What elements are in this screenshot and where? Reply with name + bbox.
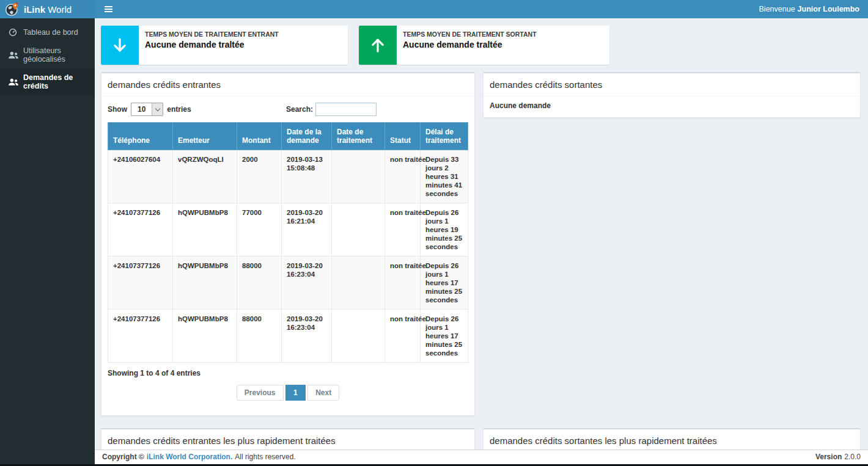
column-header-emetteur[interactable]: Emetteur	[173, 123, 237, 150]
cell-statut: non traitée	[385, 310, 421, 363]
brand-rest: World	[48, 4, 72, 15]
users-icon	[9, 51, 18, 59]
cell-emetteur: hQWPUBMbP8	[173, 257, 237, 310]
copyright: Copyright © iLink World Corporation. All…	[102, 453, 296, 461]
cell-emetteur: vQRZWQoqLI	[173, 150, 237, 203]
sidebar-item-utilisateurs-geolocalises[interactable]: Utilisateurs géolocalisés	[0, 42, 95, 68]
page-1-button[interactable]: 1	[285, 385, 306, 401]
cell-statut: non traitée	[385, 150, 421, 203]
arrow-up-icon	[359, 26, 397, 65]
info-box-title: TEMPS MOYEN DE TRAITEMENT SORTANT	[403, 31, 537, 38]
entries-label: entries	[167, 105, 191, 114]
cell-delai: Depuis 26 jours 1 heures 17 minutes 25 s…	[421, 257, 468, 310]
panel-title: demandes crédits entrantes	[101, 73, 474, 96]
cell-emetteur: hQWPUBMbP8	[173, 310, 237, 363]
page-footer: Copyright © iLink World Corporation. All…	[95, 450, 868, 464]
column-header-montant[interactable]: Montant	[237, 123, 282, 150]
panel-sortantes-rapidement: demandes crédits sortantes les plus rapi…	[483, 428, 861, 450]
sidebar-item-label: Demandes de crédits	[23, 73, 91, 90]
cell-delai: Depuis 26 jours 1 heures 17 minutes 25 s…	[421, 310, 468, 363]
info-box-message: Aucune demande traltée	[145, 40, 279, 49]
sidebar-item-demandes-de-credits[interactable]: Demandes de crédits	[0, 68, 95, 95]
welcome-user: Junior Loulembo	[798, 5, 859, 13]
main-content: TEMPS MOYEN DE TRAITEMENT ENTRANT Aucune…	[95, 18, 868, 450]
sidebar-item-label: Utilisateurs géolocalisés	[23, 46, 91, 64]
cell-montant: 88000	[237, 310, 282, 363]
panel-demandes-sortantes: demandes crédits sortantes Aucune demand…	[483, 72, 861, 118]
arrow-down-icon	[101, 26, 139, 65]
cell-emetteur: hQWPUBMbP8	[173, 203, 237, 257]
panel-entrantes-rapidement: demandes crédits entrantes les plus rapi…	[101, 428, 475, 450]
panel-demandes-entrantes: demandes crédits entrantes Show 10 entri…	[101, 72, 475, 416]
welcome-message: Bienvenue Junior Loulembo	[759, 0, 868, 18]
sidebar-toggle-hamburger-icon[interactable]	[95, 0, 122, 18]
cell-date-demande: 2019-03-20 16:23:04	[282, 257, 332, 310]
pagination: Previous 1 Next	[108, 385, 468, 401]
table-row: +24106027604 vQRZWQoqLI 2000 2019-03-13 …	[108, 150, 468, 203]
search-input[interactable]	[315, 103, 377, 116]
page-length-select[interactable]: 10	[131, 103, 163, 116]
empty-message: Aucune demande	[484, 96, 860, 117]
cell-date-traitement	[332, 310, 385, 363]
datatable-controls: Show 10 entries Search:	[108, 103, 468, 116]
cell-telephone: +24107377126	[108, 203, 173, 257]
cell-date-demande: 2019-03-20 16:21:04	[282, 203, 332, 257]
cell-montant: 88000	[237, 257, 282, 310]
brand-bold: iLink	[24, 4, 45, 15]
info-box-message: Aucune demande traltée	[403, 40, 537, 49]
navbar-spacer	[122, 0, 759, 18]
next-page-button[interactable]: Next	[307, 385, 339, 401]
page-length-value: 10	[131, 103, 152, 115]
rights-text: All rights reserved.	[235, 453, 295, 461]
column-header-date-traitement[interactable]: Date de traitement	[332, 123, 385, 150]
brand[interactable]: iLink World	[0, 0, 95, 18]
info-box-row: TEMPS MOYEN DE TRAITEMENT ENTRANT Aucune…	[101, 26, 861, 65]
copyright-prefix: Copyright ©	[102, 453, 144, 461]
column-header-date-demande[interactable]: Date de la demande	[282, 123, 332, 150]
info-box-entrant: TEMPS MOYEN DE TRAITEMENT ENTRANT Aucune…	[101, 26, 348, 65]
cell-date-traitement	[332, 257, 385, 310]
cell-date-demande: 2019-03-20 16:23:04	[282, 310, 332, 363]
page-length-control: Show 10 entries	[108, 103, 191, 116]
cell-delai: Depuis 26 jours 1 heures 19 minutes 25 s…	[421, 203, 468, 257]
cell-statut: non traitée	[385, 257, 421, 310]
cell-telephone: +24107377126	[108, 257, 173, 310]
sidebar-item-label: Tableau de bord	[23, 28, 78, 37]
ilink-logo-icon	[5, 2, 20, 16]
dashboard-icon	[9, 28, 18, 37]
panel-grid: demandes crédits entrantes Show 10 entri…	[101, 72, 861, 450]
users-icon	[9, 78, 18, 86]
panel-body: Show 10 entries Search:	[101, 96, 474, 415]
cell-telephone: +24107377126	[108, 310, 173, 363]
column-header-statut[interactable]: Statut	[385, 123, 421, 150]
table-header-row: Téléphone Emetteur Montant Date de la de…	[108, 123, 468, 150]
version: Version 2.0.0	[815, 453, 861, 461]
cell-statut: non traitée	[385, 203, 421, 257]
previous-page-button[interactable]: Previous	[237, 385, 284, 401]
cell-date-traitement	[332, 150, 385, 203]
version-label: Version	[815, 453, 842, 461]
table-row: +24107377126 hQWPUBMbP8 77000 2019-03-20…	[108, 203, 468, 257]
info-box-content: TEMPS MOYEN DE TRAITEMENT SORTANT Aucune…	[397, 26, 543, 65]
cell-montant: 2000	[237, 150, 282, 203]
search-label: Search:	[286, 105, 313, 114]
datatable-footer: Showing 1 to 4 of 4 entries Previous 1 N…	[108, 369, 468, 401]
column-header-delai[interactable]: Délai de traitement	[421, 123, 468, 150]
sidebar: Tableau de bord Utilisateurs géolocalisé…	[0, 18, 95, 466]
panel-title: demandes crédits sortantes les plus rapi…	[484, 429, 860, 450]
chevron-down-icon	[152, 103, 163, 115]
sidebar-item-tableau-de-bord[interactable]: Tableau de bord	[0, 23, 95, 42]
cell-telephone: +24106027604	[108, 150, 173, 203]
cell-date-traitement	[332, 203, 385, 257]
info-box-title: TEMPS MOYEN DE TRAITEMENT ENTRANT	[145, 31, 279, 38]
info-box-sortant: TEMPS MOYEN DE TRAITEMENT SORTANT Aucune…	[359, 26, 609, 65]
cell-delai: Depuis 33 jours 2 heures 31 minutes 41 s…	[421, 150, 468, 203]
table-row: +24107377126 hQWPUBMbP8 88000 2019-03-20…	[108, 257, 468, 310]
welcome-prefix: Bienvenue	[759, 5, 795, 13]
table-row: +24107377126 hQWPUBMbP8 88000 2019-03-20…	[108, 310, 468, 363]
info-box-content: TEMPS MOYEN DE TRAITEMENT ENTRANT Aucune…	[139, 26, 285, 65]
search-control: Search:	[286, 103, 377, 116]
column-header-telephone[interactable]: Téléphone	[108, 123, 173, 150]
company-link[interactable]: iLink World Corporation.	[147, 453, 232, 461]
table-summary: Showing 1 to 4 of 4 entries	[108, 369, 468, 377]
